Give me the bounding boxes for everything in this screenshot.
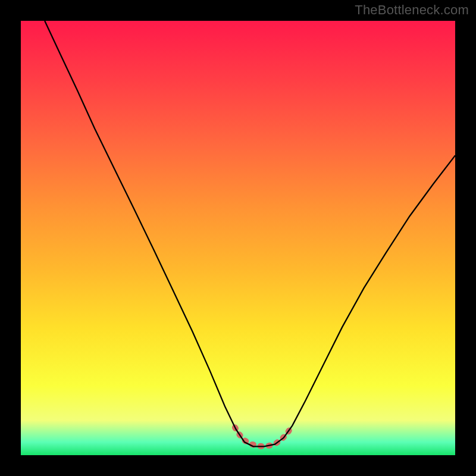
chart-container: TheBottleneck.com: [0, 0, 476, 476]
bottom-marks: [235, 425, 292, 446]
watermark-text: TheBottleneck.com: [355, 2, 469, 18]
plot-svg: [21, 21, 455, 455]
curve-line: [45, 21, 455, 446]
plot-area: [21, 21, 455, 455]
